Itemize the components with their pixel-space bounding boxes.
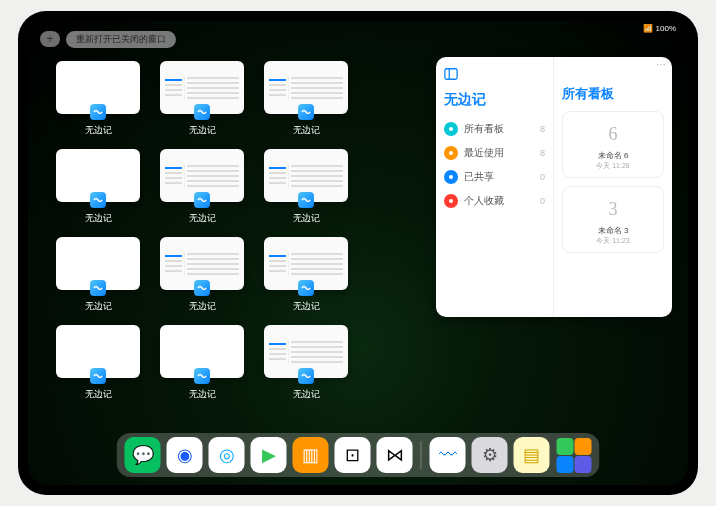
thumbnail-label: 无边记 [85,388,112,401]
freeform-app-icon [194,104,210,120]
sidebar-item-label: 个人收藏 [464,194,504,208]
window-thumbnail[interactable]: 无边记 [56,149,140,225]
freeform-panel[interactable]: ⋯ 无边记 所有看板8最近使用8已共享0个人收藏0 所有看板 6未命名 6今天 … [436,57,672,317]
dock-app-settings[interactable]: ⚙ [472,437,508,473]
category-icon [444,122,458,136]
sidebar-item-count: 0 [540,172,545,182]
window-thumbnail[interactable]: 无边记 [160,237,244,313]
thumbnail-label: 无边记 [189,124,216,137]
freeform-app-icon [194,280,210,296]
sidebar-item-count: 0 [540,196,545,206]
dock: 💬◉◎▶▥⊡⋈〰⚙▤ [117,433,600,477]
window-thumbnail[interactable]: 无边记 [160,325,244,401]
dock-app-notes[interactable]: ▤ [514,437,550,473]
sidebar-item[interactable]: 最近使用8 [444,141,545,165]
reopen-label: 重新打开已关闭的窗口 [76,34,166,44]
svg-rect-0 [445,69,457,80]
sidebar-item-label: 已共享 [464,170,494,184]
thumbnail-label: 无边记 [189,388,216,401]
sidebar-toggle-icon[interactable] [444,67,458,81]
category-icon [444,194,458,208]
freeform-app-icon [298,192,314,208]
svg-point-2 [449,127,453,131]
sidebar-item[interactable]: 已共享0 [444,165,545,189]
sidebar-item[interactable]: 所有看板8 [444,117,545,141]
thumbnail-label: 无边记 [293,212,320,225]
board-card[interactable]: 6未命名 6今天 11:28 [562,111,664,178]
sidebar-item-count: 8 [540,148,545,158]
board-meta: 今天 11:28 [596,161,629,171]
freeform-app-icon [90,368,106,384]
thumbnail-label: 无边记 [189,212,216,225]
svg-point-4 [449,175,453,179]
window-thumbnail[interactable]: 无边记 [56,325,140,401]
plus-icon: + [46,32,53,46]
panel-title: 无边记 [444,91,545,109]
ellipsis-icon[interactable]: ⋯ [656,59,666,70]
window-thumbnail[interactable]: 无边记 [264,237,348,313]
freeform-app-icon [298,368,314,384]
board-card[interactable]: 3未命名 3今天 11:23 [562,186,664,253]
freeform-app-icon [90,280,106,296]
window-thumbnail[interactable]: 无边记 [264,149,348,225]
window-thumbnail[interactable]: 无边记 [264,325,348,401]
svg-point-3 [449,151,453,155]
sidebar-item-count: 8 [540,124,545,134]
panel-right-title: 所有看板 [562,85,664,103]
window-thumbnail[interactable]: 无边记 [160,149,244,225]
window-thumbnail[interactable]: 无边记 [264,61,348,137]
reopen-closed-window-pill[interactable]: 重新打开已关闭的窗口 [66,31,176,48]
thumbnail-label: 无边记 [293,300,320,313]
status-bar: 📶 100% [643,24,676,33]
dock-app-browser1[interactable]: ◉ [167,437,203,473]
add-window-button[interactable]: + [40,31,60,47]
ipad-device: 📶 100% + 重新打开已关闭的窗口 无边记无边记无边记无边记无边记无边记无边… [18,11,698,495]
window-thumbnail[interactable]: 无边记 [56,237,140,313]
thumbnail-label: 无边记 [189,300,216,313]
thumbnail-label: 无边记 [293,124,320,137]
freeform-app-icon [90,192,106,208]
board-name: 未命名 6 [598,150,629,161]
category-icon [444,170,458,184]
thumbnail-label: 无边记 [85,300,112,313]
dock-app-freeform[interactable]: 〰 [430,437,466,473]
panel-content: 所有看板 6未命名 6今天 11:283未命名 3今天 11:23 [554,57,672,317]
dock-app-browser2[interactable]: ◎ [209,437,245,473]
sidebar-item-label: 最近使用 [464,146,504,160]
screen: 📶 100% + 重新打开已关闭的窗口 无边记无边记无边记无边记无边记无边记无边… [28,21,688,485]
freeform-app-icon [90,104,106,120]
multitask-area: 无边记无边记无边记无边记无边记无边记无边记无边记无边记无边记无边记无边记 ⋯ 无… [56,57,672,429]
sidebar-item[interactable]: 个人收藏0 [444,189,545,213]
dock-app-dice[interactable]: ⊡ [335,437,371,473]
dock-app-library[interactable] [556,437,592,473]
board-preview: 6 [597,118,629,150]
wifi-icon: 📶 [643,24,653,33]
dock-separator [421,441,422,469]
thumbnail-label: 无边记 [85,212,112,225]
dock-app-connect[interactable]: ⋈ [377,437,413,473]
thumbnail-label: 无边记 [85,124,112,137]
freeform-app-icon [194,192,210,208]
window-grid: 无边记无边记无边记无边记无边记无边记无边记无边记无边记无边记无边记无边记 [56,57,424,429]
svg-point-5 [449,199,453,203]
freeform-app-icon [298,104,314,120]
thumbnail-label: 无边记 [293,388,320,401]
panel-sidebar: 无边记 所有看板8最近使用8已共享0个人收藏0 [436,57,554,317]
window-thumbnail[interactable]: 无边记 [160,61,244,137]
battery-label: 100% [656,24,676,33]
dock-app-books[interactable]: ▥ [293,437,329,473]
board-name: 未命名 3 [598,225,629,236]
dock-app-media[interactable]: ▶ [251,437,287,473]
freeform-app-icon [298,280,314,296]
window-thumbnail[interactable]: 无边记 [56,61,140,137]
board-meta: 今天 11:23 [596,236,629,246]
freeform-app-icon [194,368,210,384]
board-preview: 3 [597,193,629,225]
dock-app-wechat[interactable]: 💬 [125,437,161,473]
category-icon [444,146,458,160]
sidebar-item-label: 所有看板 [464,122,504,136]
